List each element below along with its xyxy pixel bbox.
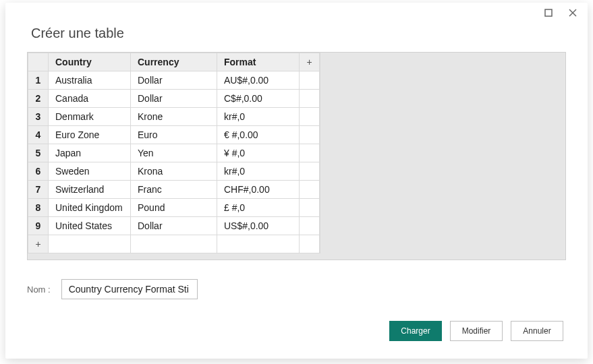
table-row[interactable]: 7SwitzerlandFrancCHF#,0.00: [28, 181, 320, 199]
cell-format[interactable]: US$#,0.00: [217, 217, 300, 235]
cell-empty[interactable]: [300, 235, 320, 253]
cell-empty[interactable]: [300, 71, 320, 90]
add-row[interactable]: +: [28, 235, 320, 253]
cell-currency[interactable]: Franc: [131, 181, 217, 199]
name-input[interactable]: [61, 279, 198, 299]
table-row[interactable]: 9United StatesDollarUS$#,0.00: [28, 217, 320, 235]
cell-empty[interactable]: [49, 235, 131, 253]
name-label: Nom :: [27, 284, 51, 295]
close-button[interactable]: [563, 3, 582, 22]
cell-format[interactable]: kr#,0: [217, 162, 300, 181]
cell-country[interactable]: United States: [49, 217, 131, 235]
header-currency[interactable]: Currency: [131, 53, 217, 71]
row-number[interactable]: 4: [28, 126, 49, 144]
cell-country[interactable]: United Kingdom: [49, 199, 131, 217]
button-row: Charger Modifier Annuler: [389, 321, 563, 341]
table-row[interactable]: 4Euro ZoneEuro€ #,0.00: [28, 126, 320, 144]
grid-scrollbar-area[interactable]: [27, 253, 566, 260]
row-number[interactable]: 9: [28, 217, 49, 235]
cell-empty[interactable]: [131, 235, 217, 253]
row-number[interactable]: 6: [28, 162, 49, 181]
cell-format[interactable]: kr#,0: [217, 108, 300, 126]
add-column-button[interactable]: +: [300, 53, 320, 71]
cell-empty[interactable]: [300, 144, 320, 162]
svg-rect-0: [545, 9, 552, 16]
cancel-button[interactable]: Annuler: [511, 321, 563, 341]
cell-format[interactable]: AU$#,0.00: [217, 71, 300, 90]
maximize-button[interactable]: [539, 3, 558, 22]
cell-empty[interactable]: [300, 162, 320, 181]
table-row[interactable]: 6SwedenKronakr#,0: [28, 162, 320, 181]
dialog-title: Créer une table: [5, 23, 588, 52]
cell-empty[interactable]: [300, 181, 320, 199]
corner-cell[interactable]: [28, 53, 49, 71]
cell-country[interactable]: Canada: [49, 90, 131, 108]
cell-currency[interactable]: Dollar: [131, 90, 217, 108]
cell-country[interactable]: Denmark: [49, 108, 131, 126]
row-number[interactable]: 1: [28, 71, 49, 90]
header-format[interactable]: Format: [217, 53, 300, 71]
edit-button[interactable]: Modifier: [450, 321, 503, 341]
cell-format[interactable]: € #,0.00: [217, 126, 300, 144]
cell-currency[interactable]: Krona: [131, 162, 217, 181]
cell-country[interactable]: Switzerland: [49, 181, 131, 199]
header-country[interactable]: Country: [49, 53, 131, 71]
table-row[interactable]: 1AustraliaDollarAU$#,0.00: [28, 71, 320, 90]
table-row[interactable]: 8United KingdomPound£ #,0: [28, 199, 320, 217]
cell-format[interactable]: £ #,0: [217, 199, 300, 217]
cell-currency[interactable]: Pound: [131, 199, 217, 217]
row-number[interactable]: 3: [28, 108, 49, 126]
cell-empty[interactable]: [300, 108, 320, 126]
name-row: Nom :: [27, 279, 566, 299]
maximize-icon: [544, 9, 553, 17]
cell-currency[interactable]: Dollar: [131, 217, 217, 235]
cell-empty[interactable]: [300, 199, 320, 217]
grid-empty-area: [320, 53, 565, 253]
cell-empty[interactable]: [300, 217, 320, 235]
cell-country[interactable]: Sweden: [49, 162, 131, 181]
cell-country[interactable]: Japan: [49, 144, 131, 162]
row-number[interactable]: 2: [28, 90, 49, 108]
data-grid-wrap: Country Currency Format + 1AustraliaDoll…: [27, 52, 566, 253]
table-row[interactable]: 5JapanYen¥ #,0: [28, 144, 320, 162]
add-row-button[interactable]: +: [28, 235, 49, 253]
titlebar: [5, 3, 588, 23]
cell-currency[interactable]: Yen: [131, 144, 217, 162]
cell-empty[interactable]: [217, 235, 300, 253]
row-number[interactable]: 5: [28, 144, 49, 162]
row-number[interactable]: 8: [28, 199, 49, 217]
create-table-dialog: Créer une table Country Currency Format …: [5, 3, 588, 359]
cell-empty[interactable]: [300, 90, 320, 108]
load-button[interactable]: Charger: [389, 321, 442, 341]
table-row[interactable]: 3DenmarkKronekr#,0: [28, 108, 320, 126]
cell-empty[interactable]: [300, 126, 320, 144]
cell-format[interactable]: CHF#,0.00: [217, 181, 300, 199]
cell-currency[interactable]: Euro: [131, 126, 217, 144]
table-row[interactable]: 2CanadaDollarC$#,0.00: [28, 90, 320, 108]
dialog-content: Country Currency Format + 1AustraliaDoll…: [5, 52, 588, 359]
cell-format[interactable]: C$#,0.00: [217, 90, 300, 108]
row-number[interactable]: 7: [28, 181, 49, 199]
cell-country[interactable]: Euro Zone: [49, 126, 131, 144]
cell-format[interactable]: ¥ #,0: [217, 144, 300, 162]
cell-currency[interactable]: Dollar: [131, 71, 217, 90]
data-grid[interactable]: Country Currency Format + 1AustraliaDoll…: [28, 53, 320, 253]
cell-country[interactable]: Australia: [49, 71, 131, 90]
cell-currency[interactable]: Krone: [131, 108, 217, 126]
header-row: Country Currency Format +: [28, 53, 320, 71]
close-icon: [569, 9, 577, 17]
